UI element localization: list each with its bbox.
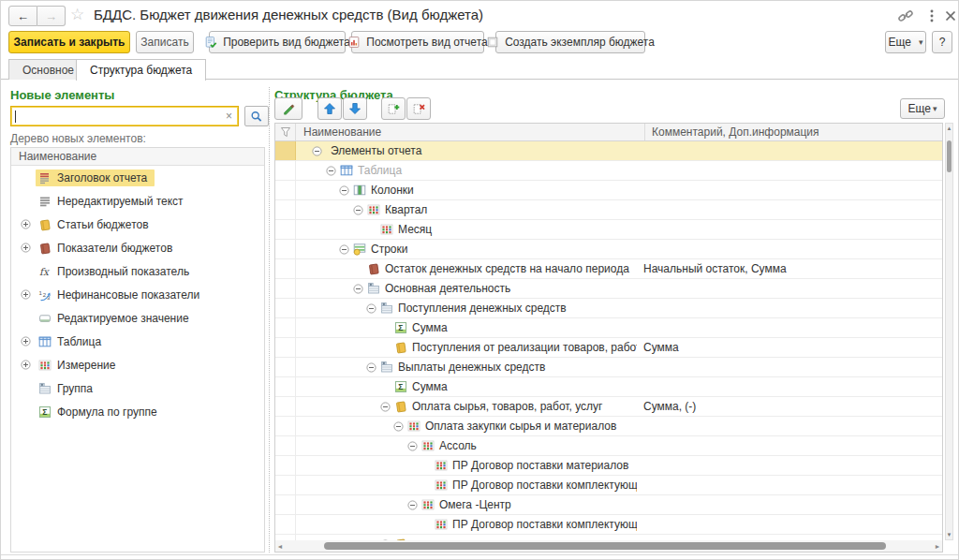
clear-search-icon[interactable]: × (226, 111, 232, 122)
tree-row[interactable]: ПР Договор поставки комплектующих (275, 476, 942, 495)
move-up-button[interactable] (317, 97, 342, 120)
left-column-header[interactable]: Наименование (11, 148, 264, 166)
collapse-icon[interactable] (380, 402, 391, 412)
budget-article-icon (394, 341, 407, 354)
back-button[interactable]: ← (8, 6, 37, 26)
expand-icon[interactable] (21, 336, 31, 346)
column-header-comment[interactable]: Комментарий, Доп.информация (645, 124, 942, 140)
dimension-icon (380, 223, 393, 236)
horizontal-scrollbar[interactable]: ◄ ► (275, 540, 942, 552)
search-input[interactable]: × (10, 106, 239, 126)
row-name-cell: Таблица (296, 161, 637, 180)
table-icon (38, 335, 52, 348)
row-name-cell: Выплаты денежных средств (296, 358, 637, 376)
tab-budget-structure[interactable]: Структура бюджета (76, 59, 206, 81)
forward-button[interactable]: → (37, 6, 66, 26)
page-title: БДДС. Бюджет движения денежных средств (… (94, 7, 483, 22)
panel-splitter[interactable] (269, 87, 270, 553)
collapse-icon[interactable] (353, 205, 363, 215)
collapse-icon[interactable] (407, 441, 418, 451)
tree-row[interactable]: Строки (275, 240, 942, 259)
vertical-scrollbar[interactable]: ▲ ▼ (945, 123, 953, 540)
tree-row[interactable]: Элементы отчета (275, 141, 942, 161)
list-item[interactable]: Таблица (11, 330, 264, 353)
move-down-button[interactable] (343, 97, 367, 120)
structure-more-button[interactable]: Еще▾ (900, 98, 945, 119)
edit-element-button[interactable] (274, 97, 302, 120)
scroll-down-icon[interactable]: ▼ (946, 532, 952, 538)
list-item[interactable]: ΣФормула по группе (11, 400, 264, 423)
list-item[interactable]: Группа (11, 376, 264, 400)
horizontal-scroll-thumb[interactable] (324, 542, 886, 550)
tree-row[interactable]: Ассоль (275, 436, 942, 456)
scroll-left-icon[interactable]: ◄ (275, 543, 285, 550)
menu-dots-icon[interactable] (923, 7, 940, 24)
column-header-name[interactable]: Наименование (296, 124, 645, 140)
tree-row[interactable]: Таблица (275, 161, 942, 181)
collapse-icon[interactable] (407, 500, 418, 510)
save-button[interactable]: Записать (136, 31, 194, 53)
tree-row[interactable]: ПР Договор поставки материалов (275, 456, 942, 476)
close-icon[interactable] (942, 7, 959, 24)
list-item[interactable]: Показатели бюджетов (11, 236, 264, 259)
tree-row[interactable]: Поступления денежных средств (275, 299, 942, 318)
create-budget-instance-button[interactable]: Создать экземпляр бюджета (495, 31, 645, 53)
expand-icon[interactable] (21, 360, 31, 370)
search-button[interactable] (244, 106, 269, 126)
get-link-icon[interactable] (897, 7, 914, 24)
tree-row[interactable]: ΣСумма (275, 377, 942, 397)
check-budget-view-label: Проверить вид бюджета (223, 36, 350, 49)
expand-icon[interactable] (21, 243, 31, 253)
add-element-button[interactable] (381, 97, 406, 120)
view-report-button[interactable]: Посмотреть вид отчета (351, 31, 484, 53)
collapse-icon[interactable] (353, 284, 363, 294)
tree-row[interactable]: Квартал (275, 200, 942, 220)
tree-row[interactable]: Основная деятельность (275, 279, 942, 299)
collapse-icon[interactable] (366, 303, 376, 314)
row-label: Элементы отчета (331, 144, 421, 157)
list-item[interactable]: Нередактируемый текст (11, 189, 264, 213)
more-button[interactable]: Еще▾ (885, 31, 926, 53)
collapse-icon[interactable] (339, 185, 349, 196)
row-name-cell: Строки (296, 240, 637, 258)
tree-row[interactable]: Выплаты денежных средств (275, 358, 942, 377)
collapse-icon[interactable] (366, 362, 376, 373)
scroll-right-icon[interactable]: ► (933, 543, 942, 550)
tree-row[interactable]: Оплата сырья, товаров, работ, услугСумма… (275, 397, 942, 417)
item-content: Таблица (36, 333, 109, 350)
collapse-icon[interactable] (326, 166, 336, 176)
check-budget-view-button[interactable]: Проверить вид бюджета (209, 31, 346, 53)
list-item[interactable]: Измерение (11, 353, 264, 376)
delete-element-button[interactable] (406, 97, 431, 120)
list-item[interactable]: Статьи бюджетов (11, 213, 264, 236)
list-item[interactable]: Редактируемое значение (11, 306, 264, 330)
row-label: Строки (371, 243, 407, 256)
tree-row[interactable]: ΣСумма (275, 318, 942, 338)
collapse-icon[interactable] (312, 146, 322, 156)
row-label: Омега -Центр (439, 498, 511, 511)
tree-row[interactable]: Остаток денежных средств на начало перио… (275, 259, 942, 279)
budget-article-icon (394, 400, 407, 413)
save-and-close-button[interactable]: Записать и закрыть (8, 31, 130, 53)
vertical-scroll-thumb[interactable] (947, 140, 952, 172)
tree-row[interactable]: Колонки (275, 181, 942, 200)
tree-row[interactable]: Поступления от реализации товаров, работ… (275, 338, 942, 358)
tree-row[interactable]: Оплата закупки сырья и материалов (275, 417, 942, 436)
expand-icon[interactable] (21, 289, 31, 300)
collapse-icon[interactable] (339, 244, 349, 255)
tree-row[interactable]: Месяц (275, 220, 942, 240)
tree-row[interactable]: ПР Договор поставки комплектующих (275, 515, 942, 535)
filter-corner-cell[interactable] (275, 124, 296, 140)
expand-icon[interactable] (21, 219, 31, 229)
collapse-icon[interactable] (393, 421, 404, 432)
scroll-up-icon[interactable]: ▲ (946, 125, 952, 131)
list-item[interactable]: fxПроизводный показатель (11, 259, 264, 283)
favorite-star-icon[interactable]: ☆ (70, 5, 84, 24)
list-item[interactable]: Заголовок отчета (11, 166, 264, 189)
row-label: ПР Договор поставки материалов (452, 459, 628, 472)
list-item[interactable]: 123Нефинансовые показатели (11, 283, 264, 306)
tree-row[interactable]: Омега -Центр (275, 495, 942, 515)
tab-main-label: Основное (22, 64, 74, 77)
help-button[interactable]: ? (932, 31, 952, 53)
arrow-up-icon (323, 102, 336, 115)
